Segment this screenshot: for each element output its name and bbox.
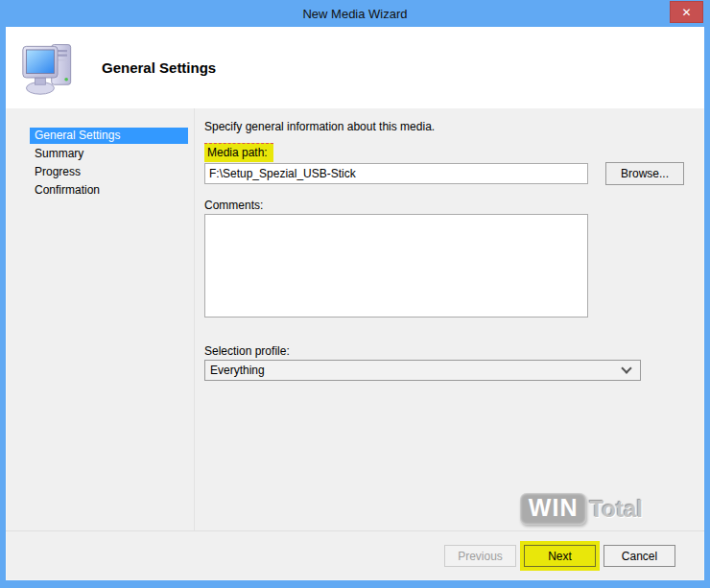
media-path-input[interactable] [204,163,588,184]
comments-textarea[interactable] [204,214,588,318]
watermark-total: Total [589,496,643,523]
wizard-header: General Settings [6,27,704,108]
sidebar-item-progress[interactable]: Progress [30,164,188,180]
close-button[interactable]: ✕ [670,1,703,23]
chevron-down-icon [621,363,631,373]
selection-profile-value: Everything [210,364,623,377]
titlebar[interactable]: New Media Wizard ✕ [0,0,710,27]
selection-profile-label: Selection profile: [204,344,704,358]
wizard-body: General Settings Summary Progress Confir… [6,108,704,580]
comments-label: Comments: [204,199,704,212]
sidebar-item-summary[interactable]: Summary [30,146,188,162]
next-button[interactable]: Next [524,545,596,567]
selection-profile-dropdown[interactable]: Everything [204,360,641,381]
computer-icon [21,39,77,97]
previous-button: Previous [444,545,516,567]
wizard-content: Specify general information about this m… [196,108,704,530]
window-body: General Settings General Settings Summar… [6,27,704,580]
intro-text: Specify general information about this m… [204,120,704,133]
new-media-wizard-window: { "window": { "title": "New Media Wizard… [0,0,710,588]
wizard-footer: Previous Next Cancel [6,530,704,580]
watermark-win: WIN [520,493,587,525]
browse-button[interactable]: Browse... [605,162,684,185]
wizard-steps-sidebar: General Settings Summary Progress Confir… [6,108,195,530]
media-path-label-highlighted: Media path: [204,143,273,162]
sidebar-item-confirmation[interactable]: Confirmation [30,182,188,199]
close-icon: ✕ [681,6,691,19]
page-title: General Settings [102,59,216,76]
cancel-button[interactable]: Cancel [604,545,675,567]
wintotal-watermark: WIN Total [520,493,643,525]
sidebar-item-general-settings[interactable]: General Settings [30,128,188,144]
window-title: New Media Wizard [302,7,407,21]
